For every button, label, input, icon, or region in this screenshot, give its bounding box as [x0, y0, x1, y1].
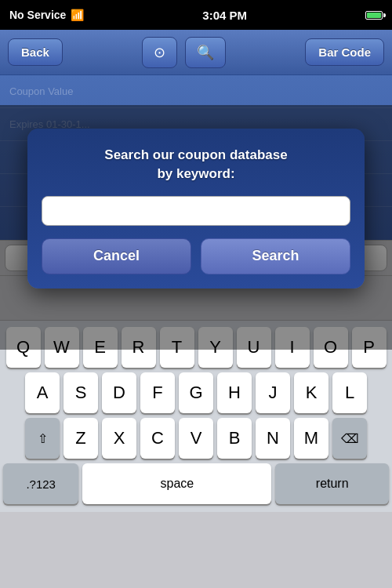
- wifi-icon: 📶: [71, 9, 84, 21]
- keyboard-row-3: ⇧ Z X C V B N M ⌫: [3, 418, 389, 459]
- battery-icon: [365, 11, 383, 20]
- backspace-key[interactable]: ⌫: [332, 418, 367, 459]
- keyword-input[interactable]: [42, 196, 350, 226]
- modal-buttons: Cancel Search: [42, 238, 350, 274]
- status-right: [365, 11, 383, 20]
- modal-overlay: Search our coupon databaseby keyword: Ca…: [0, 105, 392, 350]
- status-left: No Service 📶: [9, 9, 84, 21]
- carrier-label: No Service: [9, 9, 66, 21]
- key-n[interactable]: N: [256, 418, 290, 459]
- search-modal: Search our coupon databaseby keyword: Ca…: [27, 129, 365, 289]
- space-key[interactable]: space: [82, 463, 271, 504]
- key-j[interactable]: J: [256, 372, 290, 413]
- key-v[interactable]: V: [179, 418, 213, 459]
- key-x[interactable]: X: [102, 418, 136, 459]
- search-icon: 🔍: [197, 44, 214, 61]
- back-button[interactable]: Back: [8, 38, 63, 66]
- bg-row-1: Coupon Value: [0, 75, 392, 108]
- modal-title: Search our coupon databaseby keyword:: [42, 146, 350, 183]
- keyboard-row-2: A S D F G H J K L: [3, 372, 389, 413]
- key-k[interactable]: K: [294, 372, 328, 413]
- key-g[interactable]: G: [179, 372, 213, 413]
- shift-key[interactable]: ⇧: [25, 418, 60, 459]
- camera-button[interactable]: ⊙: [142, 37, 177, 68]
- key-d[interactable]: D: [102, 372, 136, 413]
- time-label: 3:04 PM: [202, 9, 247, 22]
- key-h[interactable]: H: [217, 372, 252, 413]
- keyboard-row-4: .?123 space return: [3, 463, 389, 504]
- key-l[interactable]: L: [332, 372, 367, 413]
- key-c[interactable]: C: [140, 418, 175, 459]
- content-area: Coupon Value Expires 01-30-1... Category…: [0, 75, 392, 320]
- search-button[interactable]: Search: [201, 238, 350, 274]
- cancel-button[interactable]: Cancel: [42, 238, 191, 274]
- barcode-button[interactable]: Bar Code: [305, 38, 384, 66]
- key-z[interactable]: Z: [64, 418, 98, 459]
- status-bar: No Service 📶 3:04 PM: [0, 0, 392, 30]
- key-a[interactable]: A: [25, 372, 60, 413]
- camera-icon: ⊙: [154, 44, 165, 61]
- search-icon-button[interactable]: 🔍: [185, 37, 226, 68]
- key-b[interactable]: B: [217, 418, 252, 459]
- key-m[interactable]: M: [294, 418, 328, 459]
- nav-bar: Back ⊙ 🔍 Bar Code: [0, 30, 392, 75]
- key-f[interactable]: F: [140, 372, 175, 413]
- return-key[interactable]: return: [275, 463, 389, 504]
- numbers-key[interactable]: .?123: [3, 463, 78, 504]
- key-s[interactable]: S: [64, 372, 98, 413]
